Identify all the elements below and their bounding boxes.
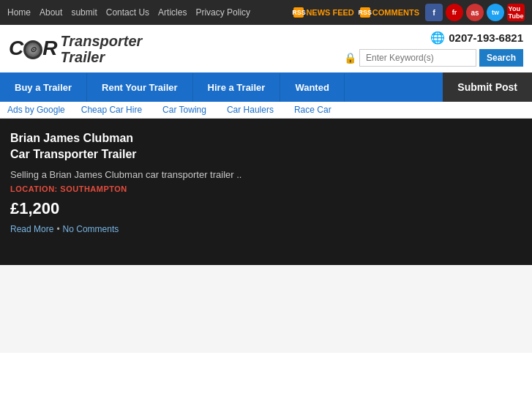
rss-news-feed[interactable]: RSS NEWS FEED xyxy=(293,7,353,18)
phone-number: 🌐 0207-193-6821 xyxy=(430,31,523,45)
search-input[interactable] xyxy=(359,49,476,67)
header: C⊙R Transporter Trailer 🌐 0207-193-6821 … xyxy=(0,25,532,72)
search-bar: 🔒 Search xyxy=(344,49,523,67)
nav-wanted[interactable]: Wanted xyxy=(280,73,344,102)
top-navigation: Home About submit Contact Us Articles Pr… xyxy=(0,0,532,25)
ad-cheap-car-hire[interactable]: Cheap Car Hire xyxy=(81,105,142,115)
nav-buy-trailer[interactable]: Buy a Trailer xyxy=(0,73,87,102)
header-right: 🌐 0207-193-6821 🔒 Search xyxy=(344,31,523,67)
search-lock-icon: 🔒 xyxy=(344,52,356,64)
read-more-link[interactable]: Read More xyxy=(10,224,53,234)
logo-wheel-icon: ⊙ xyxy=(23,40,42,59)
rss-section: RSS NEWS FEED RSS COMMENTS f fr as tw Yo… xyxy=(293,4,525,21)
ads-bar: Ads by Google Cheap Car Hire Car Towing … xyxy=(0,102,532,119)
nav-privacy[interactable]: Privacy Policy xyxy=(195,7,250,18)
nav-home[interactable]: Home xyxy=(7,7,31,18)
listing-price: £1,200 xyxy=(10,199,522,218)
rss-comments-icon: RSS xyxy=(360,7,370,18)
search-button[interactable]: Search xyxy=(479,49,523,67)
nav-hire-trailer[interactable]: Hire a Trailer xyxy=(193,73,281,102)
logo-name: Transporter Trailer xyxy=(60,33,142,65)
logo-trailer: Trailer xyxy=(60,49,142,65)
social-icons: f fr as tw YouTube xyxy=(425,4,525,21)
nav-rent-trailer[interactable]: Rent Your Trailer xyxy=(87,73,193,102)
rss-icon: RSS xyxy=(293,7,304,18)
logo-transporter: Transporter xyxy=(60,33,142,49)
logo[interactable]: C⊙R Transporter Trailer xyxy=(9,33,142,65)
bottom-area xyxy=(0,265,532,353)
listing-description: Selling a Brian James Clubman car transp… xyxy=(10,169,522,180)
phone-icon: 🌐 xyxy=(430,31,445,45)
submit-post-button[interactable]: Submit Post xyxy=(443,72,532,102)
friendster-icon[interactable]: fr xyxy=(446,4,463,21)
logo-text: C⊙R xyxy=(9,38,57,59)
listing-footer: Read More • No Comments xyxy=(10,224,522,234)
bullet-separator: • xyxy=(56,224,59,234)
ad-car-haulers[interactable]: Car Haulers xyxy=(227,105,274,115)
listing-title: Brian James Clubman Car Transporter Trai… xyxy=(10,130,522,163)
ads-by-google: Ads by Google xyxy=(7,105,65,115)
facebook-icon[interactable]: f xyxy=(425,4,443,21)
no-comments-link[interactable]: No Comments xyxy=(63,224,119,234)
youtube-icon[interactable]: YouTube xyxy=(507,4,525,21)
twitter-icon[interactable]: tw xyxy=(487,4,504,21)
listing-location: LOCATION: SOUTHAMPTON xyxy=(10,184,522,193)
lastfm-icon[interactable]: as xyxy=(466,4,484,21)
main-navigation: Buy a Trailer Rent Your Trailer Hire a T… xyxy=(0,72,532,102)
ad-race-car[interactable]: Race Car xyxy=(294,105,331,115)
nav-articles[interactable]: Articles xyxy=(158,7,187,18)
nav-contact[interactable]: Contact Us xyxy=(106,7,149,18)
nav-about[interactable]: About xyxy=(40,7,62,18)
main-content: Brian James Clubman Car Transporter Trai… xyxy=(0,119,532,265)
nav-submit[interactable]: submit xyxy=(71,7,97,18)
ad-car-towing[interactable]: Car Towing xyxy=(162,105,206,115)
rss-comments[interactable]: RSS COMMENTS xyxy=(360,7,419,18)
listing-card: Brian James Clubman Car Transporter Trai… xyxy=(10,130,522,234)
